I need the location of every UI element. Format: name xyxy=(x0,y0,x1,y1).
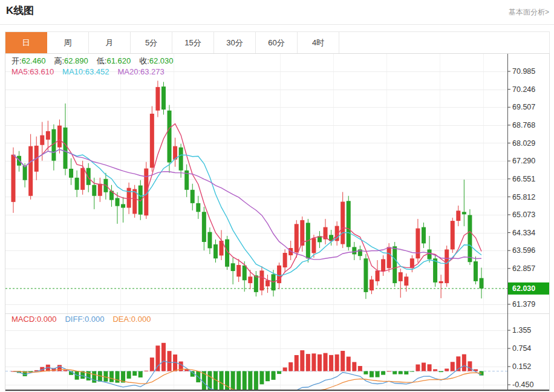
value-pair: MA10:63.452 xyxy=(62,67,109,76)
y-axis-tick-label: 0.152 xyxy=(512,362,531,371)
y-axis-tick-label: 69.507 xyxy=(512,103,535,111)
y-axis-tick-label: 61.379 xyxy=(512,300,535,309)
y-axis-tick-label: 0.754 xyxy=(512,344,531,353)
value-pair: 开:62.460 xyxy=(11,56,45,65)
fundamental-analysis-link[interactable]: 基本面分析> xyxy=(509,7,549,18)
kline-chart-panel: 开:62.460高:62.890低:61.620收:62.030 MA5:63.… xyxy=(5,53,550,391)
value-pair: DIFF:0.000 xyxy=(65,315,104,324)
y-axis-tick-label: 1.355 xyxy=(512,326,531,335)
page-title: K线图 xyxy=(6,4,34,18)
value-pair: MA20:63.273 xyxy=(117,67,164,76)
value-pair: MA5:63.610 xyxy=(11,67,54,76)
y-axis-tick-label: 70.985 xyxy=(512,67,535,76)
ma-line-ma5 xyxy=(13,124,481,283)
y-axis-tick-label: 68.768 xyxy=(512,121,535,129)
tab-15min[interactable]: 15分 xyxy=(172,32,214,53)
y-axis-tick-label: 70.246 xyxy=(512,85,535,94)
y-axis-tick-label: 68.029 xyxy=(512,139,535,148)
header-divider xyxy=(0,24,554,25)
y-axis-tick-label: 65.812 xyxy=(512,193,535,201)
y-axis-tick-label: 65.073 xyxy=(512,211,535,219)
y-axis-tick-label: 66.551 xyxy=(512,175,535,183)
y-axis-tick-label: -0.450 xyxy=(512,381,533,389)
ma-values-row: MA5:63.610MA10:63.452MA20:63.273 xyxy=(11,67,173,76)
tab-5min[interactable]: 5分 xyxy=(131,32,172,53)
ohlc-quote-row: 开:62.460高:62.890低:61.620收:62.030 xyxy=(11,56,182,67)
value-pair: MACD:0.000 xyxy=(11,315,56,324)
kline-chart-canvas[interactable]: 70.98570.24669.50768.76868.02967.29066.5… xyxy=(5,54,549,391)
tab-4hour[interactable]: 4时 xyxy=(298,32,339,53)
tab-30min[interactable]: 30分 xyxy=(214,32,256,53)
current-price-badge-label: 62.030 xyxy=(512,284,535,293)
y-axis-tick-label: 62.857 xyxy=(512,264,535,273)
value-pair: 收:62.030 xyxy=(139,56,173,65)
period-tab-bar: 日周月5分15分30分60分4时 xyxy=(5,31,550,54)
value-pair: 低:61.620 xyxy=(97,56,131,65)
y-axis-tick-label: 67.290 xyxy=(512,157,535,165)
macd-values-row: MACD:0.000DIFF:0.000DEA:0.000 xyxy=(11,315,159,324)
tab-60min[interactable]: 60分 xyxy=(256,32,298,53)
tab-day[interactable]: 日 xyxy=(5,32,47,53)
value-pair: 高:62.890 xyxy=(54,56,88,65)
tab-month[interactable]: 月 xyxy=(89,32,131,53)
tab-week[interactable]: 周 xyxy=(47,32,89,53)
value-pair: DEA:0.000 xyxy=(112,315,151,324)
macd-dea-line xyxy=(13,369,481,390)
y-axis-tick-label: 63.596 xyxy=(512,246,535,255)
y-axis-tick-label: 64.334 xyxy=(512,229,535,237)
candles-group xyxy=(11,80,484,299)
ma-line-ma20 xyxy=(13,149,481,260)
